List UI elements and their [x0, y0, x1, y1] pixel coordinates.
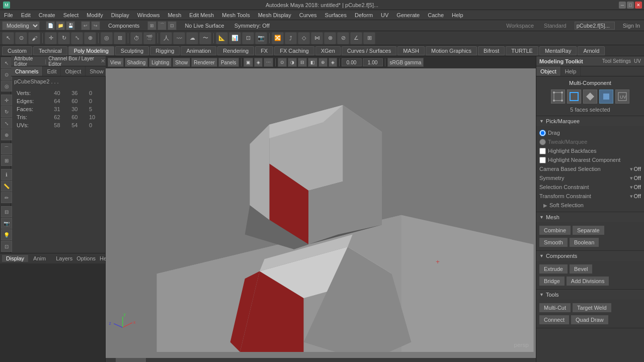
- vp-renderer-btn[interactable]: Renderer: [191, 58, 217, 67]
- menu-surfaces[interactable]: Surfaces: [321, 12, 351, 18]
- vp-gamma-btn[interactable]: sRGB gamma: [387, 58, 424, 67]
- smooth-button[interactable]: Smooth: [539, 238, 568, 247]
- vp-select-mode3[interactable]: ⋯: [264, 58, 273, 67]
- tab-fx[interactable]: FX: [255, 46, 273, 55]
- display-tab[interactable]: Display: [2, 255, 28, 262]
- sep-icon[interactable]: ⊘: [337, 32, 349, 44]
- open-file-icon[interactable]: 📁: [56, 21, 65, 30]
- highlight-nearest-check[interactable]: [539, 157, 546, 163]
- tab-mentalray[interactable]: MentalRay: [539, 46, 577, 55]
- trail-icon[interactable]: 〰: [173, 32, 185, 44]
- scale-left-icon[interactable]: ⤡: [1, 118, 12, 129]
- paint-select-icon[interactable]: 🖌: [28, 32, 40, 44]
- snap-grid-icon[interactable]: ⊞: [147, 21, 156, 30]
- combine-icon[interactable]: 🔀: [272, 32, 284, 44]
- right-tab-object[interactable]: Object: [536, 66, 561, 76]
- menu-deform[interactable]: Deform: [351, 12, 377, 18]
- layers-menu[interactable]: Layers: [56, 255, 72, 261]
- options-menu[interactable]: Options: [76, 255, 96, 261]
- camera-icon[interactable]: 📷: [255, 32, 267, 44]
- history-icon[interactable]: ⏱: [130, 32, 142, 44]
- grid-icon[interactable]: ⊟: [1, 206, 12, 217]
- object-name-input[interactable]: [575, 22, 615, 30]
- render-icon[interactable]: 🎬: [143, 32, 155, 44]
- menu-generate[interactable]: Generate: [392, 12, 424, 18]
- move-left-icon[interactable]: ✛: [1, 95, 12, 106]
- vp-render4[interactable]: ◧: [308, 58, 317, 67]
- vertex-face-mode-icon[interactable]: [583, 89, 597, 104]
- tab-mash[interactable]: MASH: [397, 46, 425, 55]
- target-weld-button[interactable]: Target Weld: [573, 303, 611, 312]
- menu-windows[interactable]: Windows: [133, 12, 164, 18]
- menu-mesh-tools[interactable]: Mesh Tools: [218, 12, 254, 18]
- measure-icon[interactable]: 📏: [1, 180, 12, 192]
- vp-render3[interactable]: ⊟: [298, 58, 307, 67]
- window-controls[interactable]: ─ □ ✕: [619, 2, 642, 9]
- tab-xgen[interactable]: XGen: [315, 46, 341, 55]
- vp-render2[interactable]: ◑: [288, 58, 297, 67]
- menu-display[interactable]: Display: [107, 12, 133, 18]
- vp-shading-btn[interactable]: Shading: [125, 58, 148, 67]
- vp-value2-input[interactable]: [363, 58, 383, 66]
- unlink-icon[interactable]: ⊞: [363, 32, 375, 44]
- new-file-icon[interactable]: 📄: [46, 21, 55, 30]
- mesh-section-header[interactable]: ▼ Mesh: [536, 212, 644, 222]
- add-divisions-button[interactable]: Add Divisions: [567, 277, 609, 286]
- uv-label[interactable]: UV: [634, 58, 641, 64]
- lasso-icon[interactable]: ⊙: [15, 32, 27, 44]
- cloth-icon[interactable]: ☁: [186, 32, 198, 44]
- bevel-icon[interactable]: ◇: [298, 32, 310, 44]
- multi-cut-button[interactable]: Multi-Cut: [539, 303, 571, 312]
- tab-rigging[interactable]: Rigging: [150, 46, 180, 55]
- bevel-button[interactable]: Bevel: [570, 264, 593, 274]
- pick-marquee-header[interactable]: ▼ Pick/Marquee: [536, 116, 644, 126]
- tab-rendering[interactable]: Rendering: [217, 46, 254, 55]
- coop-icon[interactable]: 📐: [216, 32, 228, 44]
- face-mode-icon[interactable]: [599, 89, 613, 104]
- graph-icon[interactable]: 📊: [229, 32, 241, 44]
- attr-tab-edit[interactable]: Edit: [43, 66, 61, 76]
- vp-render6[interactable]: ◈: [329, 58, 337, 67]
- undo-icon[interactable]: ↩: [81, 21, 90, 30]
- bridge-icon[interactable]: ⋈: [311, 32, 323, 44]
- maximize-button[interactable]: □: [627, 2, 634, 9]
- close-button[interactable]: ✕: [635, 2, 642, 9]
- tool-settings-label[interactable]: Tool Settings: [602, 58, 631, 64]
- vp-show-btn[interactable]: Show: [173, 58, 190, 67]
- tab-technical[interactable]: Technical: [33, 46, 67, 55]
- anim-tab[interactable]: Anim: [29, 255, 50, 262]
- tab-fx-caching[interactable]: FX Caching: [274, 46, 314, 55]
- snap-point-icon[interactable]: ⊡: [168, 21, 177, 30]
- save-file-icon[interactable]: 💾: [66, 21, 75, 30]
- tab-animation[interactable]: Animation: [181, 46, 216, 55]
- weld-icon[interactable]: ⊗: [324, 32, 336, 44]
- edge-mode-icon[interactable]: [567, 89, 581, 104]
- manip-icon[interactable]: ⊡: [1, 241, 12, 252]
- fit-icon[interactable]: ⊡: [242, 32, 254, 44]
- menu-mesh[interactable]: Mesh: [164, 12, 185, 18]
- snap-left-icon[interactable]: ⊞: [1, 155, 12, 166]
- vp-select-mode1[interactable]: ▣: [244, 58, 253, 67]
- components-section-header[interactable]: ▼ Components: [536, 251, 644, 261]
- bridge-button[interactable]: Bridge: [539, 277, 565, 286]
- menu-select[interactable]: Select: [59, 12, 83, 18]
- vp-value1-input[interactable]: [342, 58, 362, 66]
- extrude-icon[interactable]: ⤴: [285, 32, 297, 44]
- soft-mod-icon[interactable]: ◎: [101, 32, 113, 44]
- show-manip-icon[interactable]: ⊞: [114, 32, 126, 44]
- tab-arnold[interactable]: Arnold: [578, 46, 605, 55]
- pencil-icon[interactable]: ✏: [1, 192, 12, 203]
- menu-uv[interactable]: UV: [377, 12, 392, 18]
- menu-edit[interactable]: Edit: [17, 12, 35, 18]
- sculpt-icon[interactable]: ◎: [1, 80, 12, 92]
- menu-edit-mesh[interactable]: Edit Mesh: [185, 12, 218, 18]
- tab-poly-modeling[interactable]: Poly Modeling: [68, 46, 114, 55]
- separate-button[interactable]: Separate: [573, 226, 604, 235]
- hair-icon[interactable]: 〜: [199, 32, 211, 44]
- vp-lighting-btn[interactable]: Lighting: [149, 58, 172, 67]
- drag-radio[interactable]: [539, 130, 546, 136]
- rotate-icon[interactable]: ↻: [58, 32, 70, 44]
- vp-render1[interactable]: ⊙: [278, 58, 287, 67]
- attr-close-icon[interactable]: ✕: [101, 58, 105, 64]
- menu-cache[interactable]: Cache: [424, 12, 448, 18]
